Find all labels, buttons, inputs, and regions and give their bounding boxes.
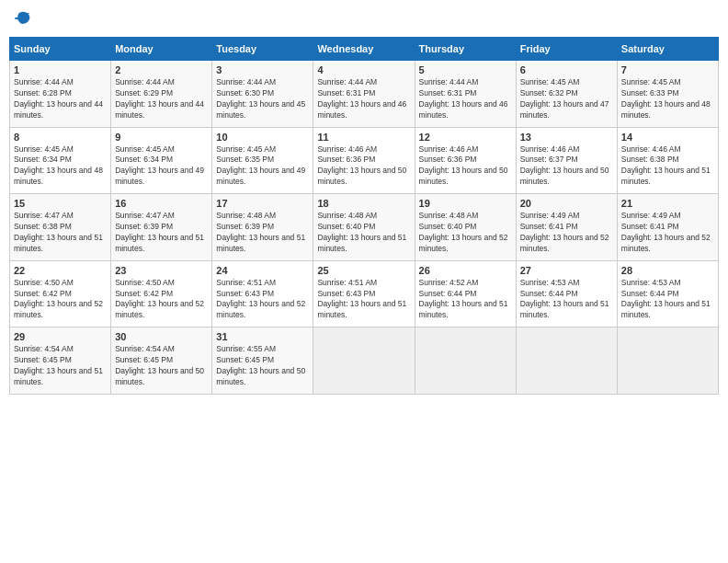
days-of-week-row: SundayMondayTuesdayWednesdayThursdayFrid… [10,38,719,61]
day-number: 28 [621,265,714,276]
calendar-cell: 9 Sunrise: 4:45 AM Sunset: 6:34 PM Dayli… [111,127,212,194]
day-of-week-header: Saturday [617,38,718,61]
day-info: Sunrise: 4:44 AM Sunset: 6:31 PM Dayligh… [419,77,512,121]
day-number: 5 [419,64,512,75]
day-info: Sunrise: 4:45 AM Sunset: 6:33 PM Dayligh… [621,77,714,121]
day-info: Sunrise: 4:44 AM Sunset: 6:31 PM Dayligh… [317,77,410,121]
day-info: Sunrise: 4:46 AM Sunset: 6:37 PM Dayligh… [520,144,613,189]
calendar-header: SundayMondayTuesdayWednesdayThursdayFrid… [10,38,719,61]
day-number: 11 [317,132,410,143]
day-number: 3 [216,64,309,75]
calendar-cell: 3 Sunrise: 4:44 AM Sunset: 6:30 PM Dayli… [212,61,313,128]
day-info: Sunrise: 4:45 AM Sunset: 6:34 PM Dayligh… [115,144,208,189]
calendar-cell: 15 Sunrise: 4:47 AM Sunset: 6:38 PM Dayl… [10,194,111,261]
day-info: Sunrise: 4:45 AM Sunset: 6:32 PM Dayligh… [520,77,613,121]
day-info: Sunrise: 4:48 AM Sunset: 6:40 PM Dayligh… [419,211,512,255]
calendar-cell [617,327,718,395]
day-number: 31 [216,331,309,342]
day-info: Sunrise: 4:47 AM Sunset: 6:38 PM Dayligh… [14,211,107,255]
calendar-cell: 12 Sunrise: 4:46 AM Sunset: 6:36 PM Dayl… [415,127,516,194]
calendar-cell: 10 Sunrise: 4:45 AM Sunset: 6:35 PM Dayl… [212,127,313,194]
day-number: 16 [115,198,208,209]
calendar-cell [516,327,617,395]
calendar-cell: 19 Sunrise: 4:48 AM Sunset: 6:40 PM Dayl… [415,194,516,261]
day-number: 6 [520,64,613,75]
calendar-cell: 25 Sunrise: 4:51 AM Sunset: 6:43 PM Dayl… [313,260,415,327]
calendar-cell: 26 Sunrise: 4:52 AM Sunset: 6:44 PM Dayl… [415,260,516,327]
day-number: 20 [520,198,613,209]
calendar-cell: 5 Sunrise: 4:44 AM Sunset: 6:31 PM Dayli… [415,61,516,128]
day-info: Sunrise: 4:45 AM Sunset: 6:35 PM Dayligh… [216,144,309,189]
day-number: 15 [14,198,107,209]
day-number: 21 [621,198,714,209]
day-info: Sunrise: 4:48 AM Sunset: 6:40 PM Dayligh… [317,211,410,255]
day-of-week-header: Monday [111,38,212,61]
calendar-cell: 30 Sunrise: 4:54 AM Sunset: 6:45 PM Dayl… [111,327,212,395]
day-info: Sunrise: 4:50 AM Sunset: 6:42 PM Dayligh… [115,278,208,322]
logo-bird-icon [13,9,33,29]
day-info: Sunrise: 4:51 AM Sunset: 6:43 PM Dayligh… [216,278,309,322]
day-number: 4 [317,64,410,75]
calendar-cell [313,327,415,395]
calendar-cell: 14 Sunrise: 4:46 AM Sunset: 6:38 PM Dayl… [617,127,718,194]
day-info: Sunrise: 4:54 AM Sunset: 6:45 PM Dayligh… [14,344,107,388]
day-info: Sunrise: 4:53 AM Sunset: 6:44 PM Dayligh… [520,278,613,322]
day-info: Sunrise: 4:55 AM Sunset: 6:45 PM Dayligh… [216,344,309,388]
day-number: 30 [115,331,208,342]
calendar-cell: 27 Sunrise: 4:53 AM Sunset: 6:44 PM Dayl… [516,260,617,327]
day-info: Sunrise: 4:54 AM Sunset: 6:45 PM Dayligh… [115,344,208,388]
calendar-week-row: 22 Sunrise: 4:50 AM Sunset: 6:42 PM Dayl… [10,260,719,327]
day-number: 1 [14,64,107,75]
calendar-week-row: 1 Sunrise: 4:44 AM Sunset: 6:28 PM Dayli… [10,61,719,128]
calendar-cell: 23 Sunrise: 4:50 AM Sunset: 6:42 PM Dayl… [111,260,212,327]
day-number: 2 [115,64,208,75]
day-number: 24 [216,265,309,276]
calendar-cell: 11 Sunrise: 4:46 AM Sunset: 6:36 PM Dayl… [313,127,415,194]
day-of-week-header: Wednesday [313,38,415,61]
day-number: 29 [14,331,107,342]
calendar-cell: 6 Sunrise: 4:45 AM Sunset: 6:32 PM Dayli… [516,61,617,128]
day-number: 12 [419,132,512,143]
day-info: Sunrise: 4:46 AM Sunset: 6:36 PM Dayligh… [317,144,410,189]
day-info: Sunrise: 4:46 AM Sunset: 6:38 PM Dayligh… [621,144,714,189]
calendar-week-row: 29 Sunrise: 4:54 AM Sunset: 6:45 PM Dayl… [10,327,719,395]
calendar-cell: 8 Sunrise: 4:45 AM Sunset: 6:34 PM Dayli… [10,127,111,194]
day-number: 10 [216,132,309,143]
calendar-cell: 16 Sunrise: 4:47 AM Sunset: 6:39 PM Dayl… [111,194,212,261]
day-info: Sunrise: 4:51 AM Sunset: 6:43 PM Dayligh… [317,278,410,322]
day-of-week-header: Friday [516,38,617,61]
day-info: Sunrise: 4:52 AM Sunset: 6:44 PM Dayligh… [419,278,512,322]
calendar-week-row: 8 Sunrise: 4:45 AM Sunset: 6:34 PM Dayli… [10,127,719,194]
calendar-cell: 24 Sunrise: 4:51 AM Sunset: 6:43 PM Dayl… [212,260,313,327]
day-number: 22 [14,265,107,276]
day-info: Sunrise: 4:53 AM Sunset: 6:44 PM Dayligh… [621,278,714,322]
day-number: 23 [115,265,208,276]
day-info: Sunrise: 4:46 AM Sunset: 6:36 PM Dayligh… [419,144,512,189]
calendar-cell: 2 Sunrise: 4:44 AM Sunset: 6:29 PM Dayli… [111,61,212,128]
calendar-cell: 4 Sunrise: 4:44 AM Sunset: 6:31 PM Dayli… [313,61,415,128]
day-info: Sunrise: 4:50 AM Sunset: 6:42 PM Dayligh… [14,278,107,322]
day-info: Sunrise: 4:49 AM Sunset: 6:41 PM Dayligh… [621,211,714,255]
calendar-cell: 7 Sunrise: 4:45 AM Sunset: 6:33 PM Dayli… [617,61,718,128]
calendar-cell: 22 Sunrise: 4:50 AM Sunset: 6:42 PM Dayl… [10,260,111,327]
day-number: 13 [520,132,613,143]
logo [13,9,35,29]
day-number: 7 [621,64,714,75]
calendar-body: 1 Sunrise: 4:44 AM Sunset: 6:28 PM Dayli… [10,61,719,395]
day-number: 25 [317,265,410,276]
calendar-cell: 1 Sunrise: 4:44 AM Sunset: 6:28 PM Dayli… [10,61,111,128]
day-info: Sunrise: 4:48 AM Sunset: 6:39 PM Dayligh… [216,211,309,255]
calendar-cell: 28 Sunrise: 4:53 AM Sunset: 6:44 PM Dayl… [617,260,718,327]
day-of-week-header: Tuesday [212,38,313,61]
calendar-cell: 29 Sunrise: 4:54 AM Sunset: 6:45 PM Dayl… [10,327,111,395]
calendar-cell: 20 Sunrise: 4:49 AM Sunset: 6:41 PM Dayl… [516,194,617,261]
day-number: 9 [115,132,208,143]
day-info: Sunrise: 4:49 AM Sunset: 6:41 PM Dayligh… [520,211,613,255]
calendar-cell: 13 Sunrise: 4:46 AM Sunset: 6:37 PM Dayl… [516,127,617,194]
day-number: 8 [14,132,107,143]
day-info: Sunrise: 4:47 AM Sunset: 6:39 PM Dayligh… [115,211,208,255]
calendar-cell: 31 Sunrise: 4:55 AM Sunset: 6:45 PM Dayl… [212,327,313,395]
calendar-cell: 21 Sunrise: 4:49 AM Sunset: 6:41 PM Dayl… [617,194,718,261]
day-number: 26 [419,265,512,276]
day-of-week-header: Sunday [10,38,111,61]
